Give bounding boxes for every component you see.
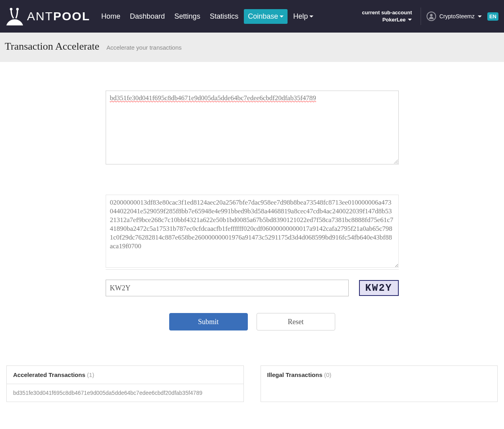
rawtx-input[interactable] (106, 195, 399, 268)
page-subtitle: Accelerate your transactions (106, 44, 182, 51)
accelerated-label: Accelerated Transactions (13, 371, 85, 378)
sub-account-switcher[interactable]: current sub-account PokerLee (362, 9, 412, 23)
submit-button[interactable]: Submit (169, 313, 248, 330)
logo-text: ANTPOOL (27, 10, 90, 23)
logo[interactable]: ANTPOOL (6, 7, 90, 25)
divider (421, 8, 421, 25)
nav-settings[interactable]: Settings (170, 9, 204, 24)
nav-statistics[interactable]: Statistics (206, 9, 242, 24)
illegal-count: (0) (324, 371, 331, 378)
accelerate-form: bd351fe30d041f695c8db4671e9d005da5dde64b… (106, 91, 399, 330)
caret-down-icon (280, 15, 284, 17)
nav-help-label: Help (293, 12, 308, 21)
captcha-row: KW2Y (106, 280, 399, 296)
nav-dashboard[interactable]: Dashboard (126, 9, 169, 24)
form-buttons: Submit Reset (106, 313, 399, 330)
table-row: bd351fe30d041f695c8db4671e9d005da5dde64b… (7, 384, 243, 402)
sub-account-name: PokerLee (382, 16, 406, 23)
top-nav: ANTPOOL Home Dashboard Settings Statisti… (0, 0, 504, 33)
nav-help[interactable]: Help (289, 9, 317, 24)
illegal-panel: Illegal Transactions (0) (261, 365, 498, 402)
avatar-icon (427, 12, 436, 21)
result-panels: Accelerated Transactions (1) bd351fe30d0… (0, 365, 504, 402)
caret-down-icon (309, 15, 313, 17)
user-menu[interactable]: CryptoSteemz (427, 12, 482, 21)
caret-down-icon (478, 15, 482, 17)
user-name: CryptoSteemz (439, 13, 475, 19)
nav-items: Home Dashboard Settings Statistics Coinb… (97, 9, 317, 24)
svg-point-2 (430, 14, 433, 16)
resize-handle-icon[interactable] (394, 160, 398, 164)
antpool-logo-icon (6, 7, 24, 25)
illegal-label: Illegal Transactions (267, 371, 322, 378)
captcha-image[interactable]: KW2Y (359, 280, 399, 296)
captcha-input[interactable] (106, 280, 349, 296)
nav-home[interactable]: Home (97, 9, 124, 24)
page-title: Transaction Accelerate (5, 41, 99, 52)
sub-account-label: current sub-account (362, 9, 412, 16)
caret-down-icon (408, 19, 412, 21)
language-switcher[interactable]: EN (487, 12, 498, 21)
accelerated-header: Accelerated Transactions (1) (7, 366, 243, 384)
accelerated-panel: Accelerated Transactions (1) bd351fe30d0… (6, 365, 244, 402)
nav-coinbase-label: Coinbase (248, 12, 278, 21)
illegal-header: Illegal Transactions (0) (261, 366, 498, 384)
divider (106, 269, 399, 270)
txid-value: bd351fe30d041f695c8db4671e9d005da5dde64b… (110, 94, 316, 102)
txid-input[interactable]: bd351fe30d041f695c8db4671e9d005da5dde64b… (106, 91, 399, 164)
page-header: Transaction Accelerate Accelerate your t… (0, 33, 504, 62)
reset-button[interactable]: Reset (257, 313, 335, 330)
nav-coinbase[interactable]: Coinbase (244, 9, 288, 24)
accelerated-count: (1) (87, 371, 94, 378)
